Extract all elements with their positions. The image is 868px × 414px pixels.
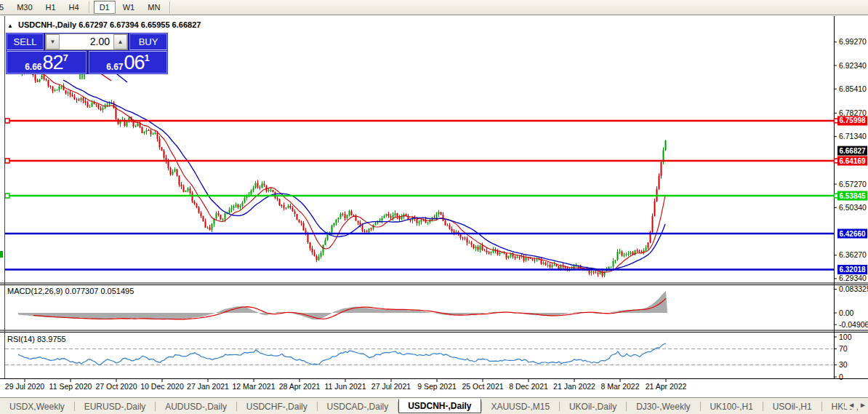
date-label: 27 Jul 2021: [371, 382, 411, 391]
sell-button[interactable]: SELL: [7, 33, 44, 50]
price-tick-label: 6.85410: [839, 84, 867, 93]
volume-spinner: ▼ 2.00 ▲: [45, 33, 128, 50]
level-left-marker: [5, 194, 9, 198]
timeframe-button-m30[interactable]: M30: [11, 1, 38, 14]
level-left-marker: [5, 119, 9, 123]
level-left-marker: [5, 159, 9, 163]
date-label: 8 Mar 2022: [600, 382, 639, 391]
timeframe-button-w1[interactable]: W1: [117, 1, 141, 14]
toolbar-separator: [89, 1, 90, 13]
macd-axis-label: 0.083325: [839, 284, 868, 293]
tab-audusd-daily[interactable]: AUDUSD-,Daily: [156, 399, 236, 414]
tab-scroll-left-icon[interactable]: ◄: [848, 401, 855, 409]
level-badge-label: 6.42660: [839, 230, 866, 238]
macd-axis-label: -0.049068: [839, 320, 868, 329]
rsi-axis-label: 0: [839, 373, 843, 381]
left-edge-marker: [0, 251, 3, 258]
tab-usdcnh-daily[interactable]: USDCNH-,Daily: [398, 399, 481, 413]
bid-big-digits: 82: [43, 53, 63, 72]
level-badge-label: 6.64169: [839, 157, 866, 165]
volume-decrease-icon[interactable]: ▼: [46, 34, 60, 49]
quote-low: 6.65955: [141, 20, 170, 29]
volume-increase-icon[interactable]: ▲: [113, 34, 127, 49]
price-tick-label: 6.50340: [839, 203, 867, 212]
timeframe-toolbar: 5M30H1H4D1W1MN: [0, 0, 868, 15]
timeframe-button-h4[interactable]: H4: [63, 1, 85, 14]
rsi-axis-label: 100: [839, 333, 852, 341]
tab-ukoil-daily[interactable]: UKOil-,Daily: [560, 399, 626, 414]
timeframe-button-mn[interactable]: MN: [142, 1, 166, 14]
tab-eurusd-daily[interactable]: EURUSD-,Daily: [75, 399, 156, 414]
price-tick-label: 6.78270: [839, 108, 867, 117]
tab-usoil-h1[interactable]: USOil-,H1: [763, 399, 821, 414]
date-label: 25 Oct 2021: [462, 382, 503, 391]
price-tick-label: 6.92340: [839, 61, 867, 70]
tab-usdx-weekly[interactable]: USDX,Weekly: [0, 399, 74, 414]
tab-scroll-buttons: ◄ ►: [845, 401, 867, 409]
ask-big-digits: 06: [124, 53, 145, 72]
ask-price[interactable]: 6.67061: [89, 51, 167, 73]
timeframe-button-d1[interactable]: D1: [94, 1, 116, 14]
bid-price[interactable]: 6.66827: [7, 51, 87, 73]
price-axis[interactable]: 6.992706.923406.854106.782706.713406.572…: [829, 37, 868, 381]
quote-high: 6.67394: [110, 20, 139, 29]
level-badge-label: 6.53845: [839, 192, 866, 200]
ask-prefix: 6.67: [106, 62, 123, 72]
date-label: 10 Dec 2020: [140, 382, 184, 391]
rsi-axis-label: 30: [839, 360, 848, 369]
date-label: 27 Jan 2021: [187, 382, 229, 391]
date-label: 11 Sep 2020: [49, 382, 92, 391]
bid-prefix: 6.66: [25, 62, 41, 72]
price-tick-label: 6.29340: [839, 274, 867, 282]
tab-usdchf-daily[interactable]: USDCHF-,Daily: [237, 399, 317, 414]
level-badge-label: 6.32018: [839, 266, 866, 274]
current-price-badge-label: 6.66827: [839, 147, 866, 155]
candlestick-series: [22, 64, 667, 278]
one-click-trading-panel: SELL ▼ 2.00 ▲ BUY 6.66827 6.67061: [6, 33, 168, 74]
date-label: 9 Sep 2021: [417, 382, 457, 391]
symbol-title: USDCNH-,Daily: [18, 20, 76, 29]
tab-uk100-h1[interactable]: UK100-,H1: [700, 399, 762, 414]
volume-input[interactable]: 2.00: [60, 34, 113, 49]
rsi-indicator-label: RSI(14) 83.9755: [7, 335, 66, 343]
chart-header: ▲ USDCNH-,Daily 6.67297 6.67394 6.65955 …: [7, 20, 201, 29]
timeframe-button-5[interactable]: 5: [0, 1, 9, 14]
date-label: 27 Oct 2020: [95, 382, 137, 391]
date-label: 21 Apr 2022: [646, 382, 687, 391]
time-axis[interactable]: 29 Jul 202011 Sep 202027 Oct 202010 Dec …: [5, 379, 687, 391]
rsi-axis-label: 70: [839, 344, 848, 353]
price-tick-label: 6.36270: [839, 250, 867, 259]
tab-xauusd-m15[interactable]: XAUUSD-,M15: [481, 399, 559, 414]
rsi-line: [18, 343, 666, 365]
collapse-icon[interactable]: ▲: [7, 23, 13, 29]
chart-window: 6.992706.923406.854106.782706.713406.572…: [0, 15, 868, 398]
quote-open: 6.67297: [79, 20, 108, 29]
date-label: 28 Apr 2021: [279, 382, 321, 391]
buy-button[interactable]: BUY: [129, 33, 167, 50]
moving-average-slow: [63, 80, 665, 270]
toolbar-separator: [169, 1, 171, 13]
bid-pip-digit: 7: [63, 52, 68, 63]
tab-usdcad-daily[interactable]: USDCAD-,Daily: [318, 399, 398, 414]
ask-pip-digit: 1: [145, 52, 150, 63]
symbol-tab-bar: USDX,WeeklyEURUSD-,DailyAUDUSD-,DailyUSD…: [0, 397, 868, 414]
macd-axis-label: 0.00: [839, 308, 854, 317]
timeframe-button-h1[interactable]: H1: [40, 1, 62, 14]
price-tick-label: 6.57270: [839, 180, 867, 188]
quote-close: 6.66827: [172, 20, 201, 29]
level-badge-label: 6.75998: [839, 116, 866, 124]
date-label: 12 Mar 2021: [233, 382, 276, 391]
macd-indicator-label: MACD(12,26,9) 0.077307 0.051495: [7, 287, 134, 295]
price-tick-label: 6.71340: [839, 132, 867, 140]
date-label: 29 Jul 2020: [5, 382, 44, 391]
price-tick-label: 6.99270: [839, 37, 867, 46]
moving-average-fast: [41, 74, 665, 273]
tab-dj30-weekly[interactable]: DJ30-,Weekly: [627, 399, 699, 414]
tab-scroll-right-icon[interactable]: ►: [859, 401, 867, 409]
date-label: 8 Dec 2021: [509, 382, 548, 391]
date-label: 21 Jan 2022: [553, 382, 595, 391]
date-label: 11 Jun 2021: [324, 382, 366, 391]
